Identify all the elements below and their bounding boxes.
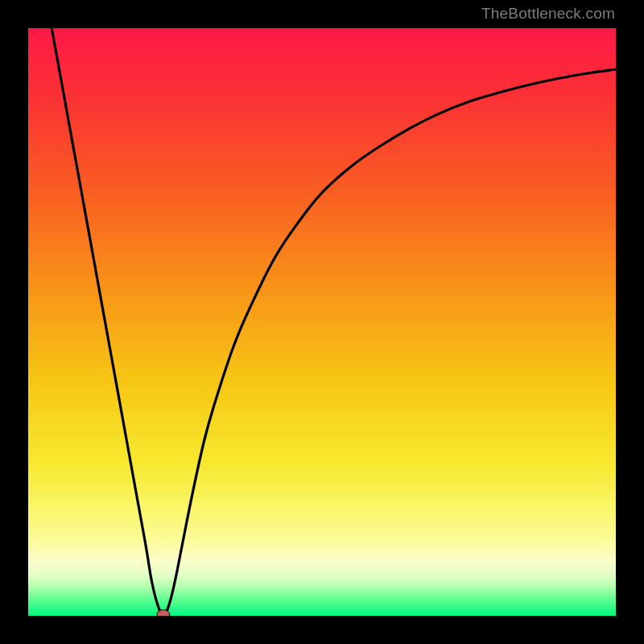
- plot-area: [28, 28, 616, 616]
- chart-container: TheBottleneck.com: [0, 0, 644, 644]
- attribution-text: TheBottleneck.com: [481, 5, 615, 23]
- minimum-marker: [157, 610, 170, 617]
- gradient-rect: [28, 28, 616, 616]
- gradient-background: [28, 28, 616, 616]
